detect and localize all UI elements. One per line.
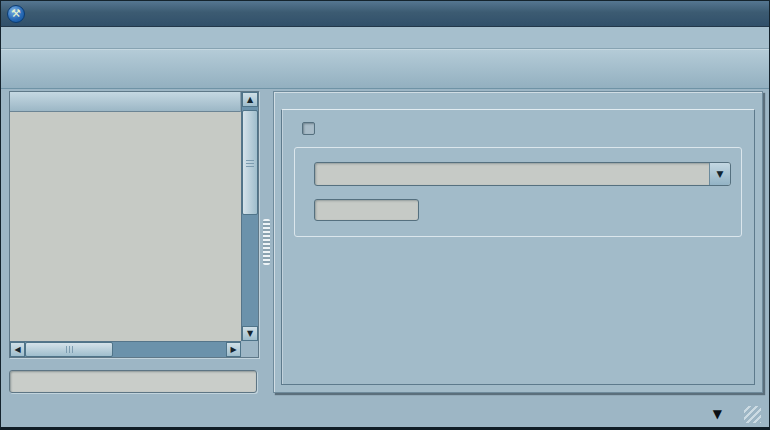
tree-horizontal-scrollbar[interactable]: ◀ ▶ — [10, 341, 241, 357]
vscroll-track[interactable] — [242, 107, 258, 326]
tree-view — [10, 112, 241, 341]
tree-vertical-scrollbar[interactable]: ▲ ▼ — [241, 92, 258, 341]
scrollbar-corner — [241, 341, 258, 357]
tab-page-template-config: ▼ — [281, 109, 755, 385]
vscroll-grip — [246, 160, 254, 167]
tree-filter-field[interactable] — [9, 370, 257, 393]
panel-splitter[interactable] — [259, 91, 273, 393]
main-area: ▲ ▼ ◀ ▶ — [1, 89, 769, 401]
vscroll-thumb[interactable] — [242, 110, 258, 215]
parameters-groupbox: ▼ — [294, 147, 742, 237]
tray-triangle-icon[interactable]: ▼ — [713, 408, 722, 420]
titlebar[interactable]: ⚒ — [1, 1, 769, 27]
hscroll-track[interactable] — [113, 342, 226, 357]
toolbar — [1, 49, 769, 89]
hold-time-field[interactable] — [314, 199, 419, 221]
parameter-panel: ▼ — [273, 91, 763, 393]
hscroll-grip — [66, 346, 73, 353]
menu-bar — [1, 27, 769, 49]
status-bar: ▼ — [1, 401, 769, 427]
resize-grip-icon[interactable] — [744, 406, 761, 423]
hscroll-thumb[interactable] — [25, 342, 113, 357]
app-icon: ⚒ — [7, 5, 25, 23]
chevron-down-icon[interactable]: ▼ — [709, 163, 730, 185]
kran-combobox[interactable]: ▼ — [314, 162, 731, 186]
page-title — [281, 96, 755, 110]
navigator-pane: ▲ ▼ ◀ ▶ — [9, 91, 259, 393]
app-window: ⚒ ▲ ▼ ◀ ▶ — [0, 0, 770, 430]
splitter-handle-icon[interactable] — [263, 219, 270, 265]
scroll-up-arrow-icon[interactable]: ▲ — [242, 92, 258, 107]
kran-combobox-value — [315, 163, 709, 185]
show-attributes-checkbox[interactable] — [302, 122, 315, 135]
scroll-down-arrow-icon[interactable]: ▼ — [242, 326, 258, 341]
tree-header — [10, 92, 241, 112]
scroll-right-arrow-icon[interactable]: ▶ — [226, 342, 241, 357]
tree-widget: ▲ ▼ ◀ ▶ — [9, 91, 259, 358]
scroll-left-arrow-icon[interactable]: ◀ — [10, 342, 25, 357]
